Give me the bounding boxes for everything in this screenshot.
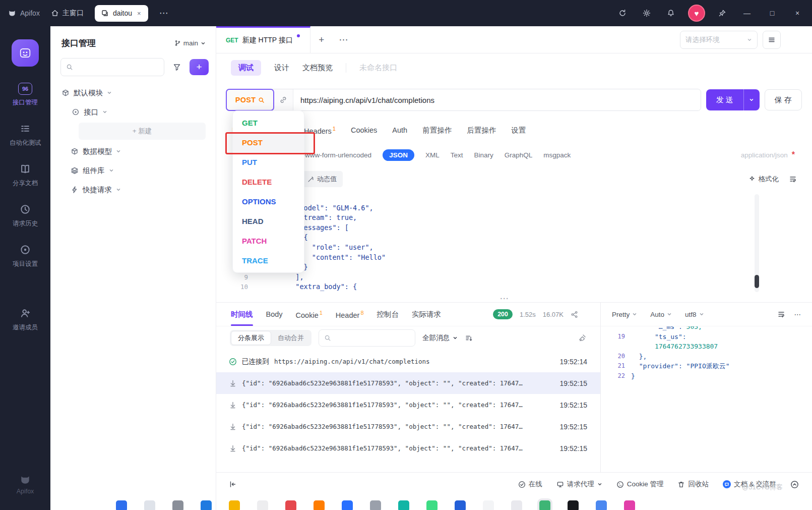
settings-button[interactable] <box>640 6 654 20</box>
rail-item-request-history[interactable]: 请求历史 <box>13 203 38 228</box>
document-tab-daitou[interactable]: daitou × <box>95 5 148 22</box>
body-type-msgpack[interactable]: msgpack <box>543 151 571 159</box>
clear-button[interactable] <box>578 334 586 342</box>
method-option-patch[interactable]: PATCH <box>233 231 304 251</box>
tab-design[interactable]: 设计 <box>274 63 289 73</box>
tab-actual-request[interactable]: 实际请求 <box>412 310 441 319</box>
body-type-json[interactable]: JSON <box>383 149 414 161</box>
timeline-row-connect[interactable]: 已连接到 https://aiping.cn/api/v1/chat/compl… <box>216 351 600 372</box>
request-tab-active[interactable]: GET 新建 HTTP 接口 <box>216 26 310 53</box>
dynamic-value-button[interactable]: 动态值 <box>301 171 343 187</box>
method-option-delete[interactable]: DELETE <box>233 172 304 192</box>
tree-node-default-module[interactable]: 默认模块 <box>50 83 216 102</box>
tree-node-api-folder[interactable]: 接口 <box>50 102 216 122</box>
request-proxy-menu[interactable]: 请求代理 <box>556 480 602 489</box>
method-option-put[interactable]: PUT <box>233 152 304 172</box>
taskbar-icon[interactable] <box>398 500 409 510</box>
pin-window-button[interactable] <box>715 6 729 20</box>
body-type-xml[interactable]: XML <box>425 151 440 159</box>
response-json-viewer[interactable]: "…_ms": 505, 19 "ts_us": 176476273393380… <box>601 326 812 472</box>
tab-close-icon[interactable]: × <box>136 10 142 17</box>
viewer-wrap-button[interactable] <box>777 310 785 318</box>
environment-select[interactable]: 请选择环境 <box>680 31 758 49</box>
rail-item-project-settings[interactable]: 项目设置 <box>13 243 38 268</box>
tab-timeline[interactable]: 时间线 <box>231 310 253 319</box>
body-type-binary[interactable]: Binary <box>474 151 493 159</box>
tree-node-component-library[interactable]: 组件库 <box>50 161 216 180</box>
minimize-button[interactable]: — <box>739 6 755 21</box>
wrap-lines-button[interactable] <box>789 175 797 183</box>
branch-select[interactable]: main <box>174 39 206 47</box>
tab-console[interactable]: 控制台 <box>377 310 399 319</box>
timeline-row-chunk[interactable]: {"id": "6926abad6c5232e963881f1e51778593… <box>216 416 600 437</box>
online-status[interactable]: 在线 <box>518 480 542 489</box>
rail-item-automated-testing[interactable]: 自动化测试 <box>10 122 41 147</box>
add-api-button[interactable]: + <box>190 59 209 75</box>
taskbar-icon[interactable] <box>568 500 579 510</box>
notifications-button[interactable] <box>664 6 678 20</box>
method-option-trace[interactable]: TRACE <box>233 251 304 270</box>
collapse-sidebar-button[interactable] <box>229 480 237 488</box>
tab-pre-operations[interactable]: 前置操作 <box>422 126 452 135</box>
scrollbar-thumb[interactable] <box>755 275 759 288</box>
save-button[interactable]: 保 存 <box>765 89 802 110</box>
taskbar-icon[interactable] <box>511 500 522 510</box>
editor-scrollbar[interactable] <box>755 194 759 292</box>
tree-node-quick-request[interactable]: 快捷请求 <box>50 180 216 199</box>
split-display-button[interactable]: 分条展示 <box>231 331 271 345</box>
taskbar-icon[interactable] <box>257 500 268 510</box>
mode-select[interactable]: Auto <box>650 311 672 318</box>
tabs-more-button[interactable]: ⋯ <box>333 26 355 53</box>
taskbar-icon[interactable] <box>144 500 155 510</box>
sort-button[interactable] <box>465 334 473 342</box>
method-option-head[interactable]: HEAD <box>233 211 304 231</box>
timeline-row-chunk[interactable]: {"id": "6926abad6c5232e963881f1e51778593… <box>216 372 600 394</box>
taskbar-icon[interactable] <box>596 500 607 510</box>
encoding-select[interactable]: utf8 <box>685 311 704 318</box>
tab-cookies[interactable]: Cookies <box>351 126 377 134</box>
taskbar-icon[interactable] <box>201 500 212 510</box>
home-window-tab[interactable]: 主窗口 <box>51 9 84 18</box>
tab-headers[interactable]: Headers1 <box>304 126 336 135</box>
tab-debug[interactable]: 调试 <box>231 60 261 76</box>
taskbar-icon[interactable] <box>172 500 183 510</box>
extract-url-button[interactable] <box>274 89 293 110</box>
new-api-button[interactable]: + 新建 <box>79 123 206 140</box>
taskbar-icon[interactable] <box>314 500 325 510</box>
close-button[interactable]: × <box>790 6 805 21</box>
taskbar-icon[interactable] <box>285 500 296 510</box>
cookie-manager-button[interactable]: Cookie 管理 <box>616 480 664 489</box>
tab-doc-preview[interactable]: 文档预览 <box>302 63 333 73</box>
format-button[interactable]: 格式化 <box>748 175 779 184</box>
send-button[interactable]: 发 送 <box>706 89 743 110</box>
recycle-bin-button[interactable]: 回收站 <box>677 480 709 489</box>
titlebar-more-button[interactable]: ⋯ <box>159 8 169 19</box>
auto-merge-button[interactable]: 自动合并 <box>271 331 310 345</box>
body-type-text[interactable]: Text <box>451 151 463 159</box>
timeline-search-input[interactable] <box>319 329 415 347</box>
body-type-urlencoded[interactable]: x-www-form-urlencoded <box>299 151 371 159</box>
send-options-button[interactable] <box>743 89 760 110</box>
format-select[interactable]: Pretty <box>612 311 637 318</box>
maximize-button[interactable]: □ <box>765 6 780 21</box>
taskbar-icon[interactable] <box>624 500 635 510</box>
tab-post-operations[interactable]: 后置操作 <box>467 126 496 135</box>
tab-auth[interactable]: Auth <box>392 126 407 134</box>
rail-item-share-docs[interactable]: 分享文档 <box>13 162 38 188</box>
filter-button[interactable] <box>169 60 184 75</box>
method-option-get[interactable]: GET <box>233 113 304 133</box>
new-request-tab-button[interactable]: + <box>310 26 333 53</box>
method-option-post[interactable]: POST <box>233 133 304 152</box>
taskbar-icon[interactable] <box>539 500 550 510</box>
tree-node-data-model[interactable]: 数据模型 <box>50 142 216 161</box>
json-body-editor[interactable]: 1{ 2 "model": "GLM-4.6", 3 "stream": tru… <box>216 191 812 298</box>
rail-item-api-management[interactable]: 96 接口管理 <box>13 83 38 107</box>
tab-request-settings[interactable]: 设置 <box>511 126 526 135</box>
method-select[interactable]: POST <box>226 89 274 111</box>
message-filter-select[interactable]: 全部消息 <box>422 333 458 343</box>
url-input[interactable] <box>293 89 701 110</box>
taskbar-icon[interactable] <box>483 500 494 510</box>
scroll-top-button[interactable] <box>790 480 799 489</box>
taskbar-icon[interactable] <box>455 500 466 510</box>
pane-divider[interactable]: ⋯ <box>216 298 812 302</box>
